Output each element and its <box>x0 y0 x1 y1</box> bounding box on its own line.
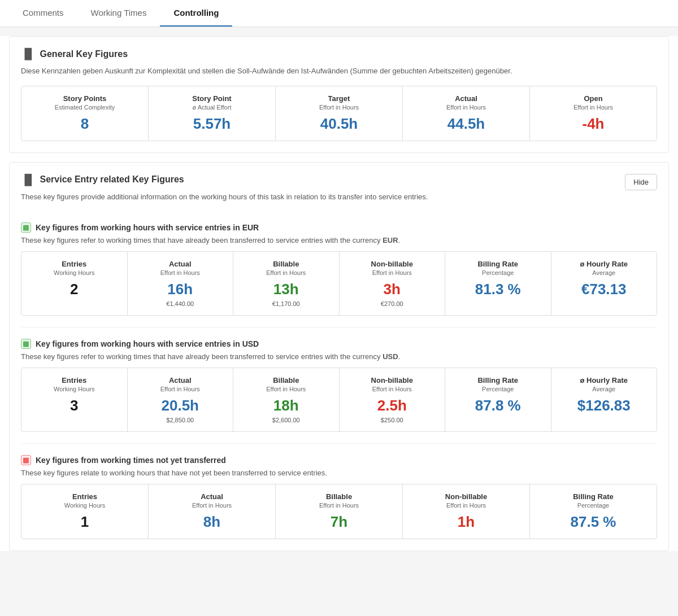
kpi-value: $126.83 <box>560 397 648 414</box>
kpi-card: Billing Rate Percentage 81.3 % <box>445 252 551 315</box>
kpi-sublabel: ø Actual Effort <box>158 104 266 111</box>
tab-controlling[interactable]: Controlling <box>160 0 232 27</box>
eur-desc-suffix: . <box>398 236 401 244</box>
tab-bar: Comments Working Times Controlling <box>0 0 678 27</box>
kpi-label: Billable <box>285 492 393 501</box>
tab-comments[interactable]: Comments <box>9 0 77 27</box>
kpi-card: Actual Effort in Hours 8h <box>149 484 276 539</box>
main-content: ▐▌ General Key Figures Diese Kennzahlen … <box>0 36 678 551</box>
kpi-card: Entries Working Hours 3 <box>21 368 128 431</box>
eur-subsection: Key figures from working hours with serv… <box>21 222 657 316</box>
kpi-sublabel: Effort in Hours <box>242 269 330 276</box>
kpi-value: 5.57h <box>158 115 266 133</box>
kpi-card: Open Effort in Hours -4h <box>530 86 657 141</box>
kpi-label: Non-billable <box>349 260 436 268</box>
kpi-label: Billing Rate <box>454 376 542 385</box>
usd-desc-prefix: These key figures refer to working times… <box>21 352 383 361</box>
tab-working-times[interactable]: Working Times <box>77 0 160 27</box>
not-transferred-description: These key figures relate to working hour… <box>21 469 657 477</box>
kpi-value: 13h <box>242 281 330 298</box>
kpi-label: Actual <box>137 376 224 385</box>
kpi-sublabel: Effort in Hours <box>539 104 647 111</box>
kpi-value: 3 <box>31 397 118 414</box>
kpi-card: Billable Effort in Hours 13h €1,170.00 <box>233 252 340 315</box>
kpi-value: -4h <box>539 115 647 133</box>
kpi-card: ø Hourly Rate Average €73.13 <box>551 252 657 315</box>
kpi-label: Billable <box>242 260 330 268</box>
kpi-card: Entries Working Hours 2 <box>21 252 128 315</box>
bar-chart-icon-2: ▐▌ <box>21 174 36 186</box>
kpi-card: Billable Effort in Hours 18h $2,600.00 <box>233 368 340 431</box>
kpi-card: Non-billable Effort in Hours 2.5h $250.0… <box>340 368 446 431</box>
not-transferred-title-text: Key figures from working times not yet t… <box>36 456 226 465</box>
kpi-sublabel: Effort in Hours <box>158 502 266 509</box>
kpi-sublabel: Effort in Hours <box>285 104 393 111</box>
kpi-label: Target <box>285 94 393 103</box>
service-title-text: Service Entry related Key Figures <box>40 174 184 185</box>
eur-subsection-title: Key figures from working hours with serv… <box>21 222 657 233</box>
kpi-card: ø Hourly Rate Average $126.83 <box>551 368 657 431</box>
kpi-label: Story Points <box>31 94 139 103</box>
kpi-label: Entries <box>31 492 139 501</box>
kpi-value: 44.5h <box>412 115 520 133</box>
kpi-label: Billable <box>242 376 330 385</box>
kpi-label: ø Hourly Rate <box>560 376 648 385</box>
kpi-sublabel: Average <box>560 269 648 276</box>
kpi-label: Non-billable <box>349 376 436 385</box>
usd-subsection-title: Key figures from working hours with serv… <box>21 339 657 349</box>
kpi-label: Actual <box>412 94 520 103</box>
usd-title-text: Key figures from working hours with serv… <box>36 339 259 348</box>
service-description: These key figures provide additional inf… <box>21 191 428 203</box>
eur-currency: EUR <box>383 236 398 244</box>
kpi-value: 40.5h <box>285 115 393 133</box>
usd-kpi-grid: Entries Working Hours 3 Actual Effort in… <box>21 368 657 432</box>
kpi-sublabel: Effort in Hours <box>412 104 520 111</box>
usd-desc-suffix: . <box>398 352 401 361</box>
kpi-value: 2 <box>31 281 118 298</box>
kpi-sublabel: Percentage <box>454 386 542 392</box>
kpi-value: 3h <box>349 281 436 298</box>
kpi-value: 87.8 % <box>454 397 542 414</box>
usd-subsection: Key figures from working hours with serv… <box>21 339 657 432</box>
bar-chart-icon: ▐▌ <box>21 48 36 60</box>
not-transferred-kpi-grid: Entries Working Hours 1 Actual Effort in… <box>21 484 657 539</box>
chart-icon-green-usd <box>21 339 31 349</box>
kpi-sub: $2,600.00 <box>242 417 330 423</box>
kpi-label: Entries <box>31 260 118 268</box>
kpi-card: Non-billable Effort in Hours 1h <box>403 484 530 539</box>
general-title-text: General Key Figures <box>40 49 128 59</box>
kpi-label: Open <box>539 94 647 103</box>
usd-description: These key figures refer to working times… <box>21 352 657 361</box>
usd-currency: USD <box>383 352 398 361</box>
chart-icon-red <box>21 455 31 465</box>
kpi-value: 81.3 % <box>454 281 542 298</box>
hide-button[interactable]: Hide <box>625 174 657 190</box>
eur-kpi-grid: Entries Working Hours 2 Actual Effort in… <box>21 251 657 316</box>
kpi-sub: $2,850.00 <box>137 417 224 423</box>
service-section-title: ▐▌ Service Entry related Key Figures <box>21 174 428 186</box>
kpi-value: 8h <box>158 513 266 531</box>
kpi-value: 87.5 % <box>539 513 647 531</box>
kpi-value: 1 <box>31 513 139 531</box>
divider-2 <box>21 443 657 444</box>
kpi-card: Entries Working Hours 1 <box>21 484 149 539</box>
eur-description: These key figures refer to working times… <box>21 236 657 244</box>
kpi-sublabel: Effort in Hours <box>412 502 520 509</box>
kpi-value: 2.5h <box>349 397 436 414</box>
general-key-figures-section: ▐▌ General Key Figures Diese Kennzahlen … <box>9 36 669 153</box>
kpi-card: Actual Effort in Hours 20.5h $2,850.00 <box>128 368 234 431</box>
kpi-sub: €1,440.00 <box>137 300 224 307</box>
kpi-label: Non-billable <box>412 492 520 501</box>
kpi-label: Billing Rate <box>454 260 542 268</box>
kpi-card: Billing Rate Percentage 87.8 % <box>445 368 551 431</box>
kpi-sublabel: Working Hours <box>31 386 118 392</box>
kpi-value: 16h <box>137 281 224 298</box>
kpi-label: Story Point <box>158 94 266 103</box>
kpi-value: 1h <box>412 513 520 531</box>
kpi-card: Billable Effort in Hours 7h <box>276 484 403 539</box>
general-description: Diese Kennzahlen geben Auskunft zur Komp… <box>21 65 657 77</box>
general-section-title: ▐▌ General Key Figures <box>21 48 657 60</box>
kpi-label: Billing Rate <box>539 492 647 501</box>
service-section-header: ▐▌ Service Entry related Key Figures The… <box>21 174 657 212</box>
eur-desc-prefix: These key figures refer to working times… <box>21 236 383 244</box>
